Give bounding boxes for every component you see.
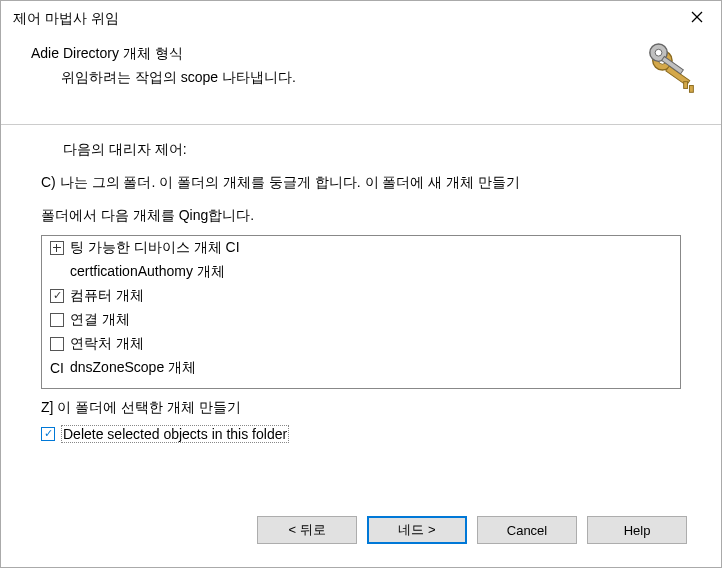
list-item[interactable]: CI dnsZoneScope 개체 <box>42 356 680 380</box>
list-item-label: 연결 개체 <box>70 311 130 329</box>
keys-icon <box>645 43 703 101</box>
checkbox-icon[interactable] <box>50 289 64 303</box>
close-button[interactable] <box>673 1 721 33</box>
header-area: Adie Directory 개체 형식 위임하려는 작업의 scope 나타냅… <box>1 37 721 125</box>
object-types-listbox[interactable]: 팅 가능한 디바이스 개체 CI certficationAuthomy 개체 … <box>41 235 681 389</box>
checkbox-icon[interactable] <box>50 337 64 351</box>
folder-description: C) 나는 그의 폴더. 이 폴더의 개체를 둥글게 합니다. 이 폴더에 새 … <box>41 173 681 193</box>
header-sub: 위임하려는 작업의 scope 나타냅니다. <box>61 69 703 87</box>
list-item-prefix: CI <box>50 360 64 376</box>
checkbox-icon[interactable] <box>41 427 55 441</box>
svg-rect-6 <box>689 86 693 93</box>
list-item[interactable]: 컴퓨터 개체 <box>42 284 680 308</box>
create-objects-label: Z] 이 폴더에 선택한 개체 만들기 <box>41 399 681 417</box>
list-item-label: certficationAuthomy 개체 <box>70 263 225 281</box>
list-item[interactable]: 연결 개체 <box>42 308 680 332</box>
list-item-label: 팅 가능한 디바이스 개체 CI <box>70 239 240 257</box>
delete-checkbox-row[interactable]: Delete selected objects in this folder <box>41 425 681 443</box>
help-button[interactable]: Help <box>587 516 687 544</box>
wizard-dialog: 제어 마법사 위임 Adie Directory 개체 형식 위임하려는 작업의… <box>0 0 722 568</box>
next-button[interactable]: 네드 > <box>367 516 467 544</box>
list-item[interactable]: 팅 가능한 디바이스 개체 CI <box>42 236 680 260</box>
delete-checkbox-label: Delete selected objects in this folder <box>61 425 289 443</box>
content-area: 다음의 대리자 제어: C) 나는 그의 폴더. 이 폴더의 개체를 둥글게 합… <box>1 125 721 507</box>
svg-point-8 <box>655 49 662 56</box>
titlebar: 제어 마법사 위임 <box>1 1 721 37</box>
list-item[interactable]: certficationAuthomy 개체 <box>42 260 680 284</box>
button-bar: < 뒤로 네드 > Cancel Help <box>1 507 721 567</box>
list-item-label: 연락처 개체 <box>70 335 144 353</box>
svg-rect-5 <box>684 82 688 89</box>
objects-label: 폴더에서 다음 개체를 Qing합니다. <box>41 207 681 225</box>
list-item-label: dnsZoneScope 개체 <box>70 359 196 377</box>
window-title: 제어 마법사 위임 <box>13 10 119 28</box>
list-item-label: 컴퓨터 개체 <box>70 287 144 305</box>
checkbox-icon[interactable] <box>50 313 64 327</box>
cancel-button[interactable]: Cancel <box>477 516 577 544</box>
delegates-label: 다음의 대리자 제어: <box>41 141 681 159</box>
header-heading: Adie Directory 개체 형식 <box>31 45 703 63</box>
close-icon <box>691 11 703 23</box>
list-item[interactable]: 연락처 개체 <box>42 332 680 356</box>
checkbox-icon[interactable] <box>50 241 64 255</box>
back-button[interactable]: < 뒤로 <box>257 516 357 544</box>
